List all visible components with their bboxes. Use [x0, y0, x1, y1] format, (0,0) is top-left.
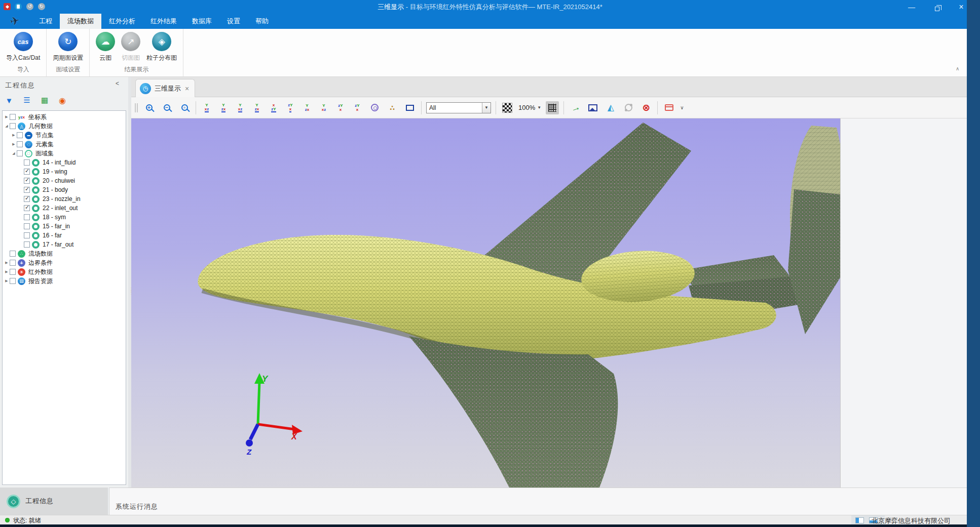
- tree-checkbox[interactable]: [24, 214, 30, 220]
- transparency-button[interactable]: [501, 101, 514, 114]
- ribbon-button-slice[interactable]: ↗切面图: [118, 31, 143, 63]
- tree-checkbox[interactable]: [24, 232, 30, 238]
- menu-tab-设置[interactable]: 设置: [219, 14, 248, 29]
- toolbar-grip[interactable]: [135, 103, 138, 112]
- tree-checkbox[interactable]: [17, 141, 23, 147]
- minimize-button[interactable]: —: [904, 2, 919, 12]
- tree-item[interactable]: 21 - body: [3, 185, 126, 194]
- tree-checkbox[interactable]: [24, 205, 30, 211]
- menu-tab-红外分析[interactable]: 红外分析: [101, 14, 143, 29]
- more-options-chevron-icon[interactable]: ∨: [680, 105, 684, 110]
- menu-tab-流场数据[interactable]: 流场数据: [60, 14, 101, 29]
- display-filter-dropdown[interactable]: All ▼: [426, 102, 491, 113]
- tree-item[interactable]: ▶◌元素集: [3, 140, 126, 149]
- mesh-display-button[interactable]: [546, 101, 559, 114]
- tree-item[interactable]: ▶+边界条件: [3, 258, 126, 267]
- view-bottom-button[interactable]: zYx: [284, 102, 296, 114]
- tree-expander[interactable]: ▶: [4, 270, 10, 274]
- tree-checkbox[interactable]: [10, 114, 16, 120]
- ribbon-collapse-button[interactable]: ∧: [956, 66, 959, 71]
- tree-expander[interactable]: ▶: [4, 261, 10, 265]
- view-right-button[interactable]: Yzx: [251, 102, 263, 114]
- tree-item[interactable]: ▶▬节点集: [3, 131, 126, 140]
- menu-tab-数据库[interactable]: 数据库: [184, 14, 219, 29]
- probe-camera-button[interactable]: [368, 101, 381, 114]
- view-iso-3-button[interactable]: zYx: [334, 102, 347, 114]
- tree-expander[interactable]: ▶: [4, 115, 10, 119]
- tree-checkbox[interactable]: [24, 159, 30, 166]
- tree-checkbox[interactable]: [17, 132, 23, 138]
- ribbon-button-cloud[interactable]: ☁云图: [93, 31, 118, 63]
- tree-checkbox[interactable]: [10, 269, 16, 275]
- tree-checkbox[interactable]: [24, 178, 30, 184]
- tree-expander[interactable]: ▶: [11, 133, 17, 137]
- zoom-fit-button[interactable]: ▫: [178, 101, 191, 114]
- tree-expander[interactable]: ▶: [4, 279, 10, 283]
- snapshot-button[interactable]: [586, 101, 599, 114]
- ribbon-button-cas[interactable]: cas导入Cas/Dat: [3, 31, 43, 63]
- restore-button[interactable]: [929, 2, 945, 12]
- tree-item[interactable]: ▶▤报告资源: [3, 276, 126, 286]
- menu-tab-红外结果[interactable]: 红外结果: [143, 14, 184, 29]
- tree-checkbox[interactable]: [24, 196, 30, 202]
- view-back-button[interactable]: Yzx: [217, 102, 230, 114]
- panel-collapse-button[interactable]: <: [116, 80, 119, 87]
- tree-item[interactable]: ∴流场数据: [3, 249, 126, 258]
- tree-item[interactable]: 18 - sym: [3, 213, 126, 222]
- tree-expander[interactable]: ▶: [11, 142, 17, 146]
- delete-button[interactable]: ⊗: [639, 101, 653, 114]
- tree-item[interactable]: ◢□面域集: [3, 149, 126, 158]
- tree-checkbox[interactable]: [10, 278, 16, 284]
- list-view-icon[interactable]: ☰: [21, 94, 33, 106]
- view-iso-1-button[interactable]: Yzx: [301, 102, 313, 114]
- dropdown-arrow-icon[interactable]: ▼: [482, 103, 491, 113]
- menu-tab-帮助[interactable]: 帮助: [248, 14, 276, 29]
- network-button[interactable]: [622, 101, 635, 114]
- tree-expander[interactable]: ◢: [11, 151, 17, 155]
- mirror-button[interactable]: ◭: [604, 101, 617, 114]
- tree-item[interactable]: ▶☀红外数据: [3, 267, 126, 276]
- zoom-level-dropdown[interactable]: 100%▼: [518, 104, 541, 111]
- 3d-viewport[interactable]: Y X Z: [131, 118, 840, 488]
- tree-item[interactable]: 17 - far_out: [3, 240, 126, 249]
- bottom-panel-tab[interactable]: ◇ 工程信息: [0, 488, 108, 515]
- zoom-in-button[interactable]: +: [142, 101, 156, 114]
- archive-box-button[interactable]: [662, 101, 675, 114]
- tab-close-icon[interactable]: ×: [185, 85, 189, 93]
- tree-item[interactable]: 23 - nozzle_in: [3, 194, 126, 204]
- tree-item[interactable]: 16 - far: [3, 231, 126, 240]
- tree-checkbox[interactable]: [10, 251, 16, 257]
- tree-checkbox[interactable]: [24, 223, 30, 229]
- tree-checkbox[interactable]: [10, 123, 16, 129]
- view-top-button[interactable]: xzY: [268, 102, 280, 114]
- tree-expander[interactable]: ◢: [4, 124, 10, 128]
- tree-item[interactable]: 20 - chuiwei: [3, 176, 126, 185]
- rect-select-button[interactable]: [403, 101, 417, 114]
- ribbon-button-clock[interactable]: ↻周期面设置: [50, 31, 86, 63]
- tree-item[interactable]: 15 - far_in: [3, 222, 126, 231]
- menu-tab-工程[interactable]: 工程: [31, 14, 60, 29]
- locate-target-icon[interactable]: ◉: [56, 94, 68, 106]
- tree-checkbox[interactable]: [10, 260, 16, 266]
- zoom-out-button[interactable]: −: [160, 101, 173, 114]
- particle-points-button[interactable]: ∴: [386, 101, 399, 114]
- export-share-button[interactable]: →: [569, 101, 582, 114]
- tree-checkbox[interactable]: [24, 169, 30, 175]
- tree-item[interactable]: ▶yzx坐标系: [3, 112, 126, 121]
- tree-checkbox[interactable]: [24, 187, 30, 193]
- view-left-button[interactable]: Yxz: [234, 102, 246, 114]
- tree-item[interactable]: 14 - int_fluid: [3, 158, 126, 167]
- tab-3d-view[interactable]: ◷ 三维显示 ×: [135, 79, 195, 97]
- view-front-button[interactable]: Yxz: [201, 102, 213, 114]
- tree-item[interactable]: 19 - wing: [3, 167, 126, 176]
- filter-icon[interactable]: ▼: [3, 94, 15, 106]
- tree-checkbox[interactable]: [17, 150, 23, 156]
- view-iso-4-button[interactable]: zYx: [351, 102, 363, 114]
- tree-item[interactable]: ◢◬几何数据: [3, 121, 126, 131]
- tree-item[interactable]: 22 - inlet_out: [3, 204, 126, 213]
- layout-left-icon[interactable]: [855, 517, 864, 523]
- ribbon-button-particle[interactable]: ◈粒子分布图: [143, 31, 180, 63]
- view-iso-2-button[interactable]: Yxz: [318, 102, 330, 114]
- tree-checkbox[interactable]: [24, 241, 30, 248]
- grid-view-icon[interactable]: ▦: [39, 94, 51, 106]
